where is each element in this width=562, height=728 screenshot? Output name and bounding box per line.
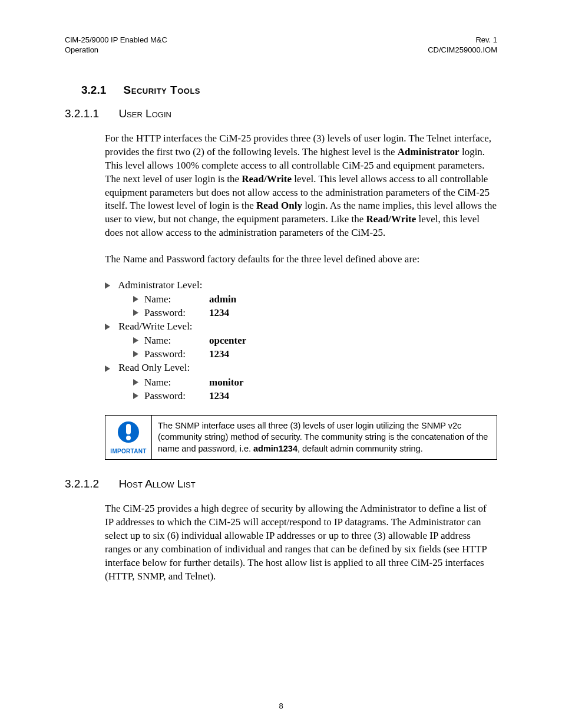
credential-row: Password: 1234 xyxy=(133,307,497,319)
text-run: , default admin community string. xyxy=(297,444,423,453)
svg-point-11 xyxy=(126,436,131,440)
credential-sublist: Name: admin Password: 1234 xyxy=(133,294,497,319)
svg-marker-7 xyxy=(133,379,138,386)
arrow-icon xyxy=(133,335,138,347)
header-left: CiM-25/9000 IP Enabled M&C Operation xyxy=(65,35,167,55)
heading-3-2-1-2: 3.2.1.2 Host Allow List xyxy=(65,477,497,490)
heading-number: 3.2.1 xyxy=(81,84,106,96)
credential-name-label: Name: xyxy=(144,294,209,305)
credential-row: Password: 1234 xyxy=(133,390,497,402)
credential-name-value: monitor xyxy=(209,377,244,388)
credential-sublist: Name: monitor Password: 1234 xyxy=(133,377,497,402)
credential-password-label: Password: xyxy=(144,390,209,402)
credential-row: Name: admin xyxy=(133,294,497,305)
text-bold: Read Only xyxy=(256,200,302,211)
heading-number: 3.2.1.1 xyxy=(65,107,99,120)
credential-row: Name: monitor xyxy=(133,377,497,388)
credential-password-value: 1234 xyxy=(209,307,229,319)
user-login-paragraph-1: For the HTTP interfaces the CiM-25 provi… xyxy=(105,132,497,241)
credential-password-value: 1234 xyxy=(209,390,229,402)
arrow-icon xyxy=(133,377,138,388)
text-bold: admin1234 xyxy=(253,444,297,453)
credential-name-value: admin xyxy=(209,294,236,305)
arrow-icon xyxy=(133,390,138,402)
header-right-line2: CD/CIM259000.IOM xyxy=(428,45,497,55)
credential-sublist: Name: opcenter Password: 1234 xyxy=(133,335,497,360)
list-item: Read Only Level: Name: monitor Password:… xyxy=(105,362,497,401)
arrow-icon xyxy=(133,307,138,319)
credential-row: Name: opcenter xyxy=(133,335,497,347)
page-header: CiM-25/9000 IP Enabled M&C Operation Rev… xyxy=(65,35,497,55)
text-bold: Read/Write xyxy=(366,213,416,225)
header-left-line1: CiM-25/9000 IP Enabled M&C xyxy=(65,35,167,45)
page-number: 8 xyxy=(0,701,562,710)
arrow-icon xyxy=(105,280,110,292)
heading-title: Security Tools xyxy=(124,84,200,96)
svg-marker-1 xyxy=(133,296,138,302)
host-allow-paragraph: The CiM-25 provides a high degree of sec… xyxy=(105,502,497,584)
credential-password-value: 1234 xyxy=(209,348,229,360)
svg-marker-2 xyxy=(133,309,138,316)
level-label: Administrator Level: xyxy=(118,279,202,291)
text-bold: Administrator xyxy=(398,146,459,157)
user-login-paragraph-2: The Name and Password factory defaults f… xyxy=(105,253,497,266)
list-item: Administrator Level: Name: admin Passwor… xyxy=(105,279,497,319)
heading-3-2-1: 3.2.1 Security Tools xyxy=(81,84,497,97)
svg-marker-0 xyxy=(105,282,110,289)
arrow-icon xyxy=(133,348,138,360)
header-right-line1: Rev. 1 xyxy=(428,35,497,45)
header-left-line2: Operation xyxy=(65,45,167,55)
text-bold: Read/Write xyxy=(242,173,292,185)
heading-3-2-1-1: 3.2.1.1 User Login xyxy=(65,107,497,120)
svg-marker-4 xyxy=(133,337,138,344)
credentials-list: Administrator Level: Name: admin Passwor… xyxy=(105,279,497,401)
list-item: Read/Write Level: Name: opcenter Passwor… xyxy=(105,321,497,360)
heading-title: User Login xyxy=(118,107,171,120)
credential-name-label: Name: xyxy=(144,377,209,388)
credential-password-label: Password: xyxy=(144,307,209,319)
important-label: IMPORTANT xyxy=(110,448,146,454)
arrow-icon xyxy=(105,363,110,375)
credential-name-value: opcenter xyxy=(209,335,246,347)
header-right: Rev. 1 CD/CIM259000.IOM xyxy=(428,35,497,55)
credential-row: Password: 1234 xyxy=(133,348,497,360)
arrow-icon xyxy=(105,321,110,333)
svg-marker-6 xyxy=(105,365,110,372)
important-icon xyxy=(116,420,141,447)
heading-title: Host Allow List xyxy=(118,477,195,490)
credential-name-label: Name: xyxy=(144,335,209,347)
svg-marker-5 xyxy=(133,351,138,357)
svg-marker-8 xyxy=(133,393,138,399)
important-note-box: IMPORTANT The SNMP interface uses all th… xyxy=(105,415,497,460)
level-label: Read Only Level: xyxy=(118,362,190,373)
important-icon-cell: IMPORTANT xyxy=(105,416,152,460)
heading-number: 3.2.1.2 xyxy=(65,477,99,490)
page: CiM-25/9000 IP Enabled M&C Operation Rev… xyxy=(0,0,562,728)
credential-password-label: Password: xyxy=(144,348,209,360)
arrow-icon xyxy=(133,294,138,305)
svg-marker-3 xyxy=(105,324,110,330)
svg-rect-10 xyxy=(126,424,131,434)
important-note-text: The SNMP interface uses all three (3) le… xyxy=(152,416,497,460)
level-label: Read/Write Level: xyxy=(118,321,192,332)
